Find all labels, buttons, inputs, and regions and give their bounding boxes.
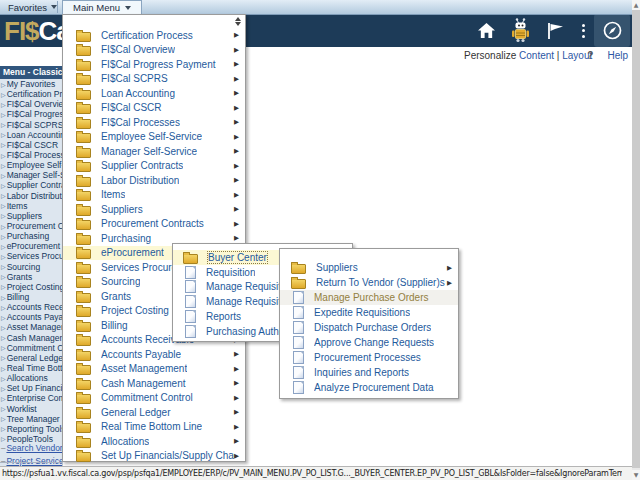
- sidebar-item-supplier-contracts[interactable]: Supplier Contracts: [0, 180, 62, 190]
- vertical-scrollbar[interactable]: [632, 0, 640, 480]
- fiscal-app-window: Favorites Main Menu FI$Cal: [0, 0, 640, 480]
- menu-item-fi-cal-progress-payment[interactable]: FI$Cal Progress Payment: [63, 57, 245, 72]
- menu-item-supplier-contracts[interactable]: Supplier Contracts: [63, 159, 245, 174]
- sidebar-item-fi-cal-progress-payment[interactable]: FI$Cal Progress Payment: [0, 109, 62, 119]
- help-question-icon[interactable]: ?: [587, 50, 593, 61]
- sidebar-item-real-time-bottom-line[interactable]: Real Time Bottom Line: [0, 363, 62, 373]
- sidebar-item-manager-self-service[interactable]: Manager Self-Service: [0, 170, 62, 180]
- sidebar-item-tree-manager[interactable]: Tree Manager: [0, 414, 62, 424]
- menu-item-manager-self-service[interactable]: Manager Self-Service: [63, 144, 245, 159]
- sidebar-item-purchasing[interactable]: Purchasing: [0, 231, 62, 241]
- menu-item-manage-purchase-orders[interactable]: Manage Purchase Orders: [280, 290, 458, 305]
- scroll-down-arrow-icon[interactable]: [632, 470, 640, 480]
- sidebar-item-grants[interactable]: Grants: [0, 272, 62, 282]
- menu-item-asset-management[interactable]: Asset Management: [63, 362, 245, 377]
- sidebar-item-fi-cal-scprs[interactable]: FI$Cal SCPRS: [0, 120, 62, 130]
- menu-item-inquiries-and-reports[interactable]: Inquiries and Reports: [280, 365, 458, 380]
- favorites-button[interactable]: Favorites: [8, 0, 57, 14]
- status-bar: https://psfua1.vv.fiscal.ca.gov/psp/psfq…: [0, 466, 640, 480]
- menu-item-return-to-vendor-supplier-s[interactable]: Return To Vendor (Supplier)s: [280, 275, 458, 290]
- scroll-up-arrow-icon[interactable]: [632, 0, 640, 10]
- home-icon[interactable]: [477, 22, 496, 39]
- flag-icon[interactable]: [545, 21, 566, 41]
- menu-item-analyze-procurement-data[interactable]: Analyze Procurement Data: [280, 380, 458, 395]
- sidebar-link-search-vendor[interactable]: Search Vendor /: [0, 441, 62, 454]
- sidebar-item-fi-cal-processes[interactable]: FI$Cal Processes: [0, 150, 62, 160]
- sidebar-item-employee-self-service[interactable]: Employee Self-Service: [0, 160, 62, 170]
- personalize-content-link[interactable]: Content: [519, 50, 554, 61]
- menu-item-label: Procurement Processes: [314, 352, 421, 363]
- menu-item-label: Real Time Bottom Line: [101, 421, 202, 432]
- menu-item-label: General Ledger: [101, 407, 171, 418]
- menu-item-items[interactable]: Items: [63, 188, 245, 203]
- menu-item-label: Purchasing: [101, 233, 151, 244]
- help-link[interactable]: Help: [607, 50, 628, 61]
- submenu-arrow-icon: [234, 118, 239, 126]
- sidebar-item-loan-accounting[interactable]: Loan Accounting: [0, 130, 62, 140]
- menu-item-approve-change-requests[interactable]: Approve Change Requests: [280, 335, 458, 350]
- document-icon: [293, 366, 304, 379]
- navbar-compass-icon[interactable]: [594, 14, 630, 47]
- menu-item-label: Asset Management: [101, 363, 187, 374]
- menu-item-labor-distribution[interactable]: Labor Distribution: [63, 173, 245, 188]
- sidebar-item-accounts-payable[interactable]: Accounts Payable: [0, 312, 62, 322]
- sidebar-item-suppliers[interactable]: Suppliers: [0, 211, 62, 221]
- expand-triangle-icon: [1, 223, 6, 230]
- robot-icon[interactable]: [509, 18, 532, 43]
- sidebar-item-billing[interactable]: Billing: [0, 292, 62, 302]
- menu-item-procurement-processes[interactable]: Procurement Processes: [280, 350, 458, 365]
- main-menu-button[interactable]: Main Menu: [62, 0, 142, 14]
- sidebar-item-fi-cal-overview[interactable]: FI$Cal Overview: [0, 99, 62, 109]
- sidebar-item-services-procurement[interactable]: Services Procurement: [0, 251, 62, 261]
- menu-scroll-icon[interactable]: [235, 17, 241, 26]
- folder-icon: [76, 162, 91, 172]
- sidebar-item-items[interactable]: Items: [0, 201, 62, 211]
- sidebar-item-procurement-contracts[interactable]: Procurement Contracts: [0, 221, 62, 231]
- menu-item-suppliers[interactable]: Suppliers: [63, 202, 245, 217]
- menu-item-dispatch-purchase-orders[interactable]: Dispatch Purchase Orders: [280, 320, 458, 335]
- sidebar-item-enterprise-components[interactable]: Enterprise Components: [0, 393, 62, 403]
- menu-item-expedite-requisitions[interactable]: Expedite Requisitions: [280, 305, 458, 320]
- submenu-arrow-icon: [234, 46, 239, 54]
- menu-item-fi-cal-cscr[interactable]: FI$Cal CSCR: [63, 101, 245, 116]
- folder-icon: [76, 322, 91, 332]
- menu-item-accounts-payable[interactable]: Accounts Payable: [63, 347, 245, 362]
- menu-item-fi-cal-overview[interactable]: FI$Cal Overview: [63, 43, 245, 58]
- menu-item-set-up-financials-supply-chain[interactable]: Set Up Financials/Supply Chain: [63, 449, 245, 464]
- sidebar-item-project-costing[interactable]: Project Costing: [0, 282, 62, 292]
- sidebar-item-commitment-control[interactable]: Commitment Control: [0, 343, 62, 353]
- menu-item-suppliers[interactable]: Suppliers: [280, 260, 458, 275]
- menu-item-cash-management[interactable]: Cash Management: [63, 376, 245, 391]
- more-options-icon[interactable]: [579, 24, 588, 38]
- menu-item-procurement-contracts[interactable]: Procurement Contracts: [63, 217, 245, 232]
- sidebar-item-worklist[interactable]: Worklist: [0, 404, 62, 414]
- sidebar-item-sourcing[interactable]: Sourcing: [0, 262, 62, 272]
- sidebar-item-fi-cal-cscr[interactable]: FI$Cal CSCR: [0, 140, 62, 150]
- sidebar-item-accounts-receivable[interactable]: Accounts Receivable: [0, 302, 62, 312]
- sidebar-item-reporting-tools[interactable]: Reporting Tools: [0, 424, 62, 434]
- menu-item-allocations[interactable]: Allocations: [63, 434, 245, 449]
- sidebar-item-allocations[interactable]: Allocations: [0, 373, 62, 383]
- sidebar-menu-classic: Menu - Classic My FavoritesCertification…: [0, 66, 63, 466]
- sidebar-item-eprocurement[interactable]: eProcurement: [0, 241, 62, 251]
- menu-item-loan-accounting[interactable]: Loan Accounting: [63, 86, 245, 101]
- menu-item-real-time-bottom-line[interactable]: Real Time Bottom Line: [63, 420, 245, 435]
- scrollbar-thumb[interactable]: [632, 10, 640, 468]
- menu-item-certification-process[interactable]: Certification Process: [63, 28, 245, 43]
- submenu-arrow-icon: [234, 162, 239, 170]
- sidebar-item-label: FI$Cal Progress Payment: [7, 109, 62, 119]
- menu-item-general-ledger[interactable]: General Ledger: [63, 405, 245, 420]
- menu-item-employee-self-service[interactable]: Employee Self-Service: [63, 130, 245, 145]
- folder-icon: [291, 264, 306, 274]
- menu-item-fi-cal-processes[interactable]: FI$Cal Processes: [63, 115, 245, 130]
- sidebar-item-certification-process[interactable]: Certification Process: [0, 89, 62, 99]
- sidebar-item-my-favorites[interactable]: My Favorites: [0, 79, 62, 89]
- sidebar-item-general-ledger[interactable]: General Ledger: [0, 353, 62, 363]
- menu-item-commitment-control[interactable]: Commitment Control: [63, 391, 245, 406]
- sidebar-item-asset-management[interactable]: Asset Management: [0, 322, 62, 332]
- sidebar-item-label: FI$Cal SCPRS: [7, 120, 62, 130]
- menu-item-fi-cal-scprs[interactable]: FI$Cal SCPRS: [63, 72, 245, 87]
- sidebar-item-cash-management[interactable]: Cash Management: [0, 333, 62, 343]
- sidebar-item-labor-distribution[interactable]: Labor Distribution: [0, 191, 62, 201]
- sidebar-item-set-up-financials-supply-chain[interactable]: Set Up Financials/Supply Chain: [0, 383, 62, 393]
